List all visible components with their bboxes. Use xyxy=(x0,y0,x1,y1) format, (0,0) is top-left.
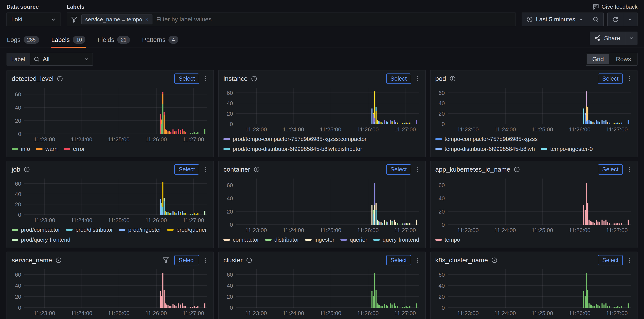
legend-item[interactable]: querier xyxy=(340,236,367,244)
stacked-bar xyxy=(397,88,398,124)
panel-chart[interactable]: 020406011:23:0011:24:0011:25:0011:26:001… xyxy=(12,85,209,143)
bar-segment xyxy=(594,306,595,308)
view-toggle-rows[interactable]: Rows xyxy=(610,53,637,65)
stacked-bar xyxy=(384,88,385,124)
legend-color-swatch xyxy=(167,229,174,231)
stacked-bar xyxy=(184,88,184,134)
legend-item[interactable]: tempo-distributor-6f99985845-b8lwh xyxy=(435,145,535,153)
kebab-menu-icon[interactable] xyxy=(414,76,420,82)
bar-segment xyxy=(376,210,376,225)
x-axis-tick-label: 11:23:00 xyxy=(457,126,478,133)
tab-logs[interactable]: Logs285 xyxy=(6,34,40,47)
legend-item[interactable]: info xyxy=(12,145,30,153)
bar-segment xyxy=(376,107,376,111)
panel-chart[interactable]: 020406011:23:0011:24:0011:25:0011:26:001… xyxy=(435,85,632,133)
legend-item[interactable]: prod/tempo-compactor-757d9b6985-xgzss:co… xyxy=(224,135,366,143)
legend-item[interactable]: prod/compactor xyxy=(12,226,60,234)
stacked-bar xyxy=(185,88,186,134)
y-axis-tick-label: 0 xyxy=(224,222,233,228)
legend-item[interactable]: error xyxy=(64,145,85,153)
stacked-bar xyxy=(616,88,616,124)
view-toggle-grid[interactable]: Grid xyxy=(587,54,609,64)
select-button[interactable]: Select xyxy=(174,73,199,84)
select-button[interactable]: Select xyxy=(174,164,199,175)
stacked-bar xyxy=(166,88,168,134)
panel-detected_level: detected_levelSelect020406011:23:0011:24… xyxy=(6,70,214,157)
panel-chart[interactable]: 020406011:23:0011:24:0011:25:0011:26:001… xyxy=(435,176,632,233)
stacked-bar xyxy=(174,269,175,308)
share-button[interactable]: Share xyxy=(590,31,638,45)
stacked-bar xyxy=(591,269,592,308)
legend-item[interactable]: warn xyxy=(36,145,58,153)
chip-remove-icon[interactable]: × xyxy=(145,16,148,23)
bar-segment xyxy=(178,129,179,134)
kebab-menu-icon[interactable] xyxy=(203,257,209,263)
select-button[interactable]: Select xyxy=(174,255,199,265)
label-search-select[interactable]: All xyxy=(30,53,93,66)
bar-segment xyxy=(598,121,598,124)
bar-segment xyxy=(182,129,183,134)
bar-segment xyxy=(619,307,620,308)
select-button[interactable]: Select xyxy=(386,73,411,84)
tab-fields[interactable]: Fields21 xyxy=(97,34,130,47)
refresh-button[interactable] xyxy=(608,13,623,26)
stacked-bar xyxy=(204,269,205,308)
legend-spacer xyxy=(435,317,632,319)
select-button[interactable]: Select xyxy=(386,255,411,265)
stacked-bar xyxy=(598,269,598,308)
panel-chart[interactable]: 020406011:23:0011:24:0011:25:0011:26:001… xyxy=(12,267,209,317)
legend-item[interactable]: prod/ingester xyxy=(119,226,161,234)
legend-item[interactable]: prod/query-frontend xyxy=(12,236,70,244)
legend-item[interactable]: distributor xyxy=(265,236,299,244)
stacked-bar xyxy=(165,179,166,215)
select-button[interactable]: Select xyxy=(598,164,623,175)
give-feedback-link[interactable]: Give feedback xyxy=(592,3,638,10)
bar-segment xyxy=(204,129,205,134)
panel-chart[interactable]: 020406011:23:0011:24:0011:25:0011:26:001… xyxy=(224,85,420,133)
x-axis-tick-label: 11:27:00 xyxy=(394,126,416,133)
legend-item[interactable]: compactor xyxy=(224,236,259,244)
stacked-bar xyxy=(404,179,405,225)
legend-item[interactable]: tempo-ingester-0 xyxy=(541,145,593,153)
kebab-menu-icon[interactable] xyxy=(203,76,209,82)
legend-item[interactable]: ingester xyxy=(305,236,334,244)
refresh-interval-dropdown[interactable] xyxy=(623,13,637,26)
select-button[interactable]: Select xyxy=(598,255,623,265)
legend-item[interactable]: prod/tempo-distributor-6f99985845-b8lwh:… xyxy=(224,145,362,153)
filter-chip[interactable]: service_name = tempo × xyxy=(81,14,152,24)
legend-item[interactable]: prod/querier xyxy=(167,226,207,234)
datasource-picker[interactable]: Loki xyxy=(6,12,61,26)
panel-chart[interactable]: 020406011:23:0011:24:0011:25:0011:26:001… xyxy=(224,176,420,233)
stacked-bar xyxy=(196,179,196,215)
stacked-bar xyxy=(583,269,584,308)
panel-title: service_name xyxy=(12,257,52,264)
bar-segment xyxy=(169,131,170,134)
bar-segment xyxy=(409,123,410,124)
tab-patterns[interactable]: Patterns4 xyxy=(142,34,178,47)
select-button[interactable]: Select xyxy=(598,73,623,84)
panel-chart[interactable]: 020406011:23:0011:24:0011:25:0011:26:001… xyxy=(12,176,209,224)
v-gridline xyxy=(294,269,294,308)
legend-item[interactable]: prod/distributor xyxy=(66,226,113,234)
panel-chart[interactable]: 020406011:23:0011:24:0011:25:0011:26:001… xyxy=(435,267,632,317)
zoom-out-button[interactable] xyxy=(588,13,603,26)
share-dropdown[interactable] xyxy=(625,31,638,45)
select-button[interactable]: Select xyxy=(386,164,411,175)
legend-item[interactable]: tempo-compactor-757d9b6985-xgzss xyxy=(435,135,538,143)
y-axis-tick-label: 0 xyxy=(12,131,21,137)
kebab-menu-icon[interactable] xyxy=(414,257,420,263)
stacked-bar xyxy=(585,88,586,124)
x-axis-tick-label: 11:23:00 xyxy=(246,126,267,133)
kebab-menu-icon[interactable] xyxy=(626,166,632,172)
tab-labels[interactable]: Labels10 xyxy=(51,34,86,47)
panel-chart[interactable]: 020406011:23:0011:24:0011:25:0011:26:001… xyxy=(224,267,420,317)
kebab-menu-icon[interactable] xyxy=(626,257,632,263)
kebab-menu-icon[interactable] xyxy=(203,166,209,172)
legend-item[interactable]: query-frontend xyxy=(373,236,419,244)
kebab-menu-icon[interactable] xyxy=(626,76,632,82)
time-range-picker[interactable]: Last 5 minutes xyxy=(522,13,588,26)
legend-item[interactable]: tempo xyxy=(435,236,460,244)
label-filter-input[interactable]: service_name = tempo × Filter by label v… xyxy=(66,12,516,26)
x-axis-tick-label: 11:26:00 xyxy=(357,227,379,234)
kebab-menu-icon[interactable] xyxy=(414,166,420,172)
